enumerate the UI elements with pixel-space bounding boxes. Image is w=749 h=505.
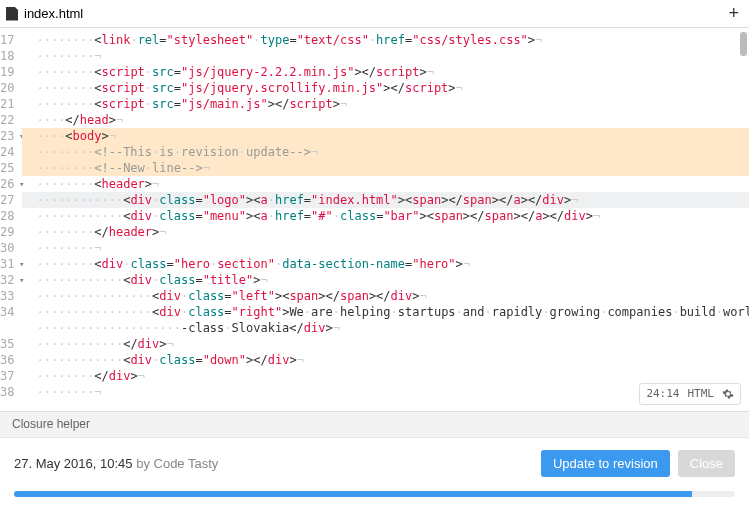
- line-gutter: 1718192021222324252627282930313233343536…: [0, 28, 22, 411]
- add-tab-icon[interactable]: +: [728, 3, 739, 24]
- close-button[interactable]: Close: [678, 450, 735, 477]
- code-line[interactable]: ········¬: [22, 48, 749, 64]
- gutter-line: 23: [0, 128, 14, 144]
- code-line[interactable]: ············<div·class="title">¬: [22, 272, 749, 288]
- code-line[interactable]: ········</header>¬: [22, 224, 749, 240]
- code-line[interactable]: ····················-class·Slovakia</div…: [22, 320, 749, 336]
- gutter-line: 37: [0, 368, 14, 384]
- tab-index-html[interactable]: index.html: [6, 6, 83, 21]
- update-to-revision-button[interactable]: Update to revision: [541, 450, 670, 477]
- progress-bar-fill: [14, 491, 692, 497]
- language-mode[interactable]: HTML: [688, 386, 715, 402]
- gutter-line: 24: [0, 144, 14, 160]
- gutter-line: 19: [0, 64, 14, 80]
- gutter-line: 28: [0, 208, 14, 224]
- code-line[interactable]: ················<div·class="left"><span>…: [22, 288, 749, 304]
- tab-filename: index.html: [24, 6, 83, 21]
- gutter-line: 26: [0, 176, 14, 192]
- gutter-line: 22: [0, 112, 14, 128]
- code-line[interactable]: ········<!--This·is·revision·update-->¬: [22, 144, 749, 160]
- code-line[interactable]: ········<script·src="js/jquery.scrollify…: [22, 80, 749, 96]
- revision-meta: 27. May 2016, 10:45 by Code Tasty: [14, 456, 218, 471]
- code-line[interactable]: ············</div>¬: [22, 336, 749, 352]
- code-line[interactable]: ········<!--New·line-->¬: [22, 160, 749, 176]
- gutter-line: 30: [0, 240, 14, 256]
- code-area[interactable]: ········<link·rel="stylesheet"·type="tex…: [22, 28, 749, 411]
- scrollbar-thumb[interactable]: [740, 32, 747, 56]
- gutter-line: 36: [0, 352, 14, 368]
- gutter-line: [0, 320, 14, 336]
- code-line[interactable]: ········<script·src="js/main.js"></scrip…: [22, 96, 749, 112]
- progress-bar-track: [14, 491, 735, 497]
- gutter-line: 21: [0, 96, 14, 112]
- tab-bar: index.html +: [0, 0, 749, 28]
- code-line[interactable]: ········<script·src="js/jquery-2.2.2.min…: [22, 64, 749, 80]
- file-icon: [6, 7, 18, 21]
- gutter-line: 29: [0, 224, 14, 240]
- revision-footer: 27. May 2016, 10:45 by Code Tasty Update…: [0, 437, 749, 505]
- code-editor[interactable]: 1718192021222324252627282930313233343536…: [0, 28, 749, 411]
- gutter-line: 31: [0, 256, 14, 272]
- gutter-line: 32: [0, 272, 14, 288]
- gutter-line: 33: [0, 288, 14, 304]
- code-line[interactable]: ········<header>¬: [22, 176, 749, 192]
- gutter-line: 20: [0, 80, 14, 96]
- cursor-position: 24:14: [646, 386, 679, 402]
- code-line[interactable]: ············<div·class="menu"><a·href="#…: [22, 208, 749, 224]
- gutter-line: 34: [0, 304, 14, 320]
- code-line[interactable]: ········¬: [22, 240, 749, 256]
- code-line[interactable]: ········<link·rel="stylesheet"·type="tex…: [22, 32, 749, 48]
- code-line[interactable]: ····<body>¬: [22, 128, 749, 144]
- code-line[interactable]: ········</div>¬: [22, 368, 749, 384]
- gutter-line: 17: [0, 32, 14, 48]
- code-line[interactable]: ················<div·class="right">We·ar…: [22, 304, 749, 320]
- code-line[interactable]: ············<div·class="down"></div>¬: [22, 352, 749, 368]
- gutter-line: 35: [0, 336, 14, 352]
- gutter-line: 38: [0, 384, 14, 400]
- gutter-line: 25: [0, 160, 14, 176]
- revision-author: Code Tasty: [154, 456, 219, 471]
- status-bar: 24:14 HTML: [639, 383, 741, 405]
- gutter-line: 18: [0, 48, 14, 64]
- closure-helper: Closure helper: [0, 411, 749, 437]
- revision-date: 27. May 2016, 10:45: [14, 456, 133, 471]
- code-line[interactable]: ········<div·class="hero·section"·data-s…: [22, 256, 749, 272]
- gear-icon[interactable]: [722, 388, 734, 400]
- code-line[interactable]: ············<div·class="logo"><a·href="i…: [22, 192, 749, 208]
- closure-helper-label: Closure helper: [12, 417, 90, 431]
- gutter-line: 27: [0, 192, 14, 208]
- code-line[interactable]: ····</head>¬: [22, 112, 749, 128]
